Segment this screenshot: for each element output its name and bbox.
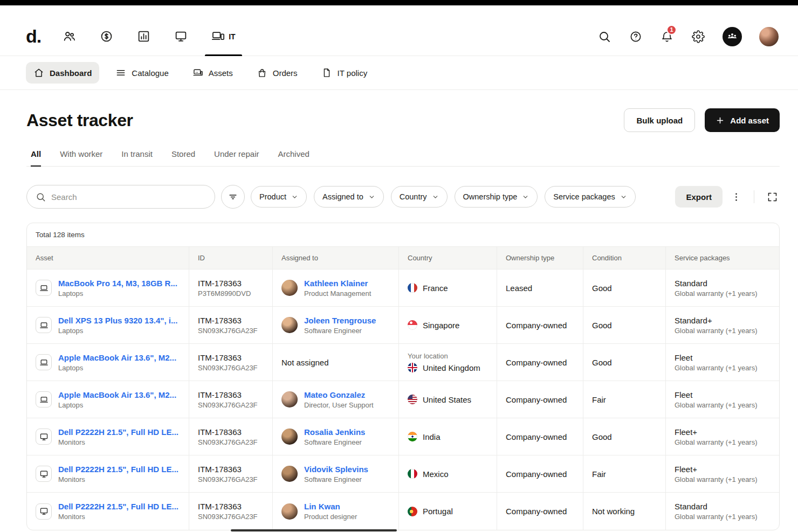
analytics-module-button[interactable]	[137, 30, 150, 43]
filter-button[interactable]	[221, 185, 245, 209]
fullscreen-icon	[767, 191, 778, 203]
service-package-cell: Standard Global warranty (+1 years)	[665, 493, 779, 530]
asset-id: ITM-178363	[198, 427, 258, 437]
tab-stored[interactable]: Stored	[171, 149, 195, 166]
service-package-warranty: Global warranty (+1 years)	[675, 364, 758, 372]
table-row[interactable]: Apple MacBook Air 13.6", M2... Laptops I…	[27, 381, 779, 418]
nav-item-assets[interactable]: Assets	[185, 62, 240, 84]
table-row[interactable]: MacBook Pro 14, M3, 18GB R... Laptops IT…	[27, 270, 779, 307]
table-row[interactable]: Dell P2222H 21.5", Full HD LE... Monitor…	[27, 418, 779, 455]
service-package-warranty: Global warranty (+1 years)	[675, 438, 758, 446]
assignee-name-link[interactable]: Kathleen Klainer	[304, 279, 371, 288]
tab-in-transit[interactable]: In transit	[121, 149, 153, 166]
asset-name-link[interactable]: Dell XPS 13 Plus 9320 13.4", i...	[58, 316, 177, 325]
table-row[interactable]: Apple MacBook Air 13.6", M2... Laptops I…	[27, 344, 779, 381]
assignee-avatar	[281, 503, 298, 520]
settings-button[interactable]	[691, 30, 705, 44]
payments-module-button[interactable]	[100, 30, 113, 43]
table-row[interactable]: Dell P2222H 21.5", Full HD LE... Monitor…	[27, 493, 779, 530]
laptop-icon	[36, 280, 52, 296]
asset-cell: Dell XPS 13 Plus 9320 13.4", i... Laptop…	[27, 307, 189, 343]
gear-icon	[692, 30, 705, 43]
asset-category: Monitors	[58, 513, 178, 521]
condition-value: Good	[592, 358, 612, 367]
service-package-name: Standard	[675, 502, 758, 511]
id-cell: ITM-178363 SN093KJ76GA23F	[189, 307, 272, 343]
it-module-button[interactable]: IT	[211, 30, 235, 43]
ownership-cell: Company-owned	[497, 381, 583, 418]
horizontal-scrollbar-thumb[interactable]	[231, 529, 397, 531]
column-header-assigned-to: Assigned to	[272, 247, 398, 269]
search-input[interactable]	[51, 192, 206, 202]
flag-france-icon	[408, 283, 417, 293]
add-asset-button[interactable]: Add asset	[705, 108, 780, 132]
filter-dropdown-ownership-type[interactable]: Ownership type	[455, 186, 538, 208]
secondary-nav: Dashboard Catalogue Assets Orders IT pol…	[0, 56, 798, 90]
nav-item-label: Orders	[273, 68, 298, 78]
kebab-menu-icon	[731, 191, 742, 203]
monitor-module-button[interactable]	[174, 30, 188, 43]
service-package-cell: Fleet+ Global warranty (+1 years)	[665, 455, 779, 492]
assignee-name-link[interactable]: Rosalia Jenkins	[304, 427, 365, 437]
chevron-down-icon	[432, 194, 439, 201]
nav-item-catalogue[interactable]: Catalogue	[108, 62, 176, 84]
export-button[interactable]: Export	[675, 186, 723, 208]
asset-name-link[interactable]: Apple MacBook Air 13.6", M2...	[58, 390, 176, 399]
filter-dropdown-service-packages[interactable]: Service packages	[545, 186, 635, 208]
nav-item-orders[interactable]: Orders	[249, 62, 305, 84]
tab-under-repair[interactable]: Under repair	[214, 149, 259, 166]
assignee-name-link[interactable]: Joleen Trengrouse	[304, 316, 376, 325]
more-options-button[interactable]	[728, 189, 744, 204]
asset-name-link[interactable]: Apple MacBook Air 13.6", M2...	[58, 353, 176, 362]
search-button[interactable]	[597, 30, 611, 44]
deel-logo[interactable]: d.	[26, 26, 41, 47]
filter-dropdown-assigned-to[interactable]: Assigned to	[314, 186, 384, 208]
notification-badge: 1	[666, 25, 677, 35]
table-row[interactable]: Dell XPS 13 Plus 9320 13.4", i... Laptop…	[27, 307, 779, 344]
condition-cell: Good	[583, 307, 665, 343]
help-button[interactable]	[629, 30, 643, 44]
people-module-button[interactable]	[63, 30, 76, 43]
nav-item-dashboard[interactable]: Dashboard	[26, 62, 99, 84]
chevron-down-icon	[620, 194, 627, 201]
assignee-name-link[interactable]: Mateo Gonzalez	[304, 390, 374, 399]
tab-all[interactable]: All	[31, 149, 41, 166]
fullscreen-button[interactable]	[765, 189, 780, 204]
assignee-role: Product designer	[304, 513, 357, 521]
asset-name-link[interactable]: MacBook Pro 14, M3, 18GB R...	[58, 279, 177, 288]
asset-id: ITM-178363	[198, 465, 258, 474]
page-title: Asset tracker	[26, 110, 133, 130]
condition-value: Not working	[592, 507, 635, 516]
assigned-cell: Joleen TrengrouseSoftware Engineer	[272, 307, 398, 343]
help-icon	[629, 30, 642, 43]
header-right: 1	[597, 27, 779, 46]
tab-with-worker[interactable]: With worker	[60, 149, 102, 166]
assignee-name-link[interactable]: Vidovik Splevins	[304, 465, 368, 474]
service-package-warranty: Global warranty (+1 years)	[675, 401, 758, 409]
search-box	[26, 185, 215, 209]
filter-dropdown-country[interactable]: Country	[391, 186, 448, 208]
notifications-button[interactable]: 1	[660, 30, 674, 44]
condition-cell: Fair	[583, 455, 665, 492]
id-cell: ITM-178363 SN093KJ76GA23F	[189, 381, 272, 418]
asset-name-link[interactable]: Dell P2222H 21.5", Full HD LE...	[58, 502, 178, 511]
assignee-name-link[interactable]: Lin Kwan	[304, 502, 357, 511]
table-row[interactable]: Dell P2222H 21.5", Full HD LE... Monitor…	[27, 455, 779, 493]
asset-name-link[interactable]: Dell P2222H 21.5", Full HD LE...	[58, 427, 178, 437]
team-switcher-button[interactable]	[723, 27, 742, 46]
service-package-warranty: Global warranty (+1 years)	[675, 513, 758, 521]
laptop-icon	[36, 391, 52, 407]
column-header-id: ID	[189, 247, 272, 269]
bulk-upload-button[interactable]: Bulk upload	[624, 108, 695, 132]
filter-dropdown-product[interactable]: Product	[251, 186, 307, 208]
nav-item-it-policy[interactable]: IT policy	[314, 62, 375, 84]
service-package-cell: Fleet Global warranty (+1 years)	[665, 381, 779, 418]
assigned-cell: Rosalia JenkinsSoftware Engineer	[272, 418, 398, 455]
user-avatar[interactable]	[759, 27, 779, 46]
bar-chart-icon	[137, 30, 150, 43]
assets-icon	[192, 67, 203, 78]
country-cell: France	[398, 270, 497, 306]
asset-name-link[interactable]: Dell P2222H 21.5", Full HD LE...	[58, 465, 178, 474]
laptop-icon	[36, 354, 52, 370]
tab-archived[interactable]: Archived	[278, 149, 309, 166]
